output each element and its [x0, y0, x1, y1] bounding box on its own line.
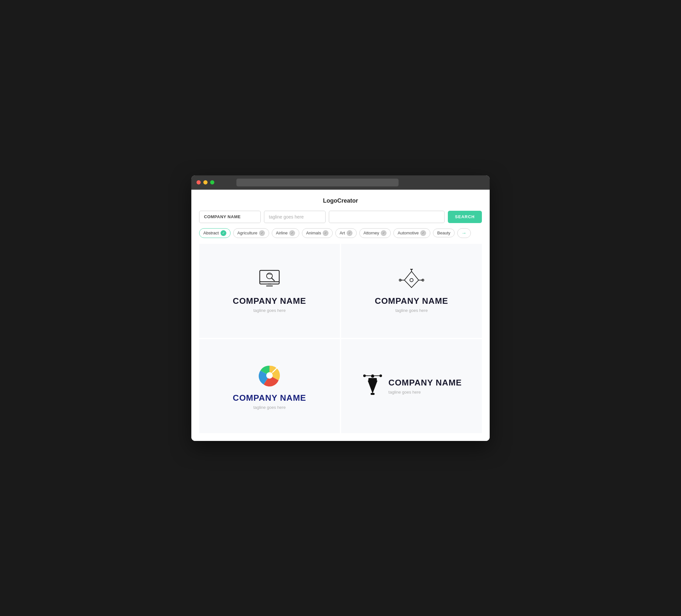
svg-rect-21	[369, 378, 377, 382]
filter-agriculture[interactable]: Agriculture ✓	[233, 228, 269, 238]
close-button[interactable]	[197, 180, 201, 184]
svg-rect-23	[371, 393, 375, 395]
maximize-button[interactable]	[210, 180, 215, 184]
logo-4-inner: COMPANY NAME tagline goes here	[361, 371, 462, 401]
filter-beauty[interactable]: Beauty	[433, 229, 454, 237]
color-wheel-icon	[256, 362, 282, 388]
filter-automotive-label: Automotive	[398, 231, 419, 235]
logo-card-4[interactable]: COMPANY NAME tagline goes here	[341, 339, 482, 433]
extra-input[interactable]	[329, 211, 445, 223]
logo-4-tagline: tagline goes here	[388, 390, 462, 394]
svg-marker-20	[368, 381, 377, 393]
url-bar[interactable]	[236, 179, 399, 186]
svg-point-22	[371, 375, 374, 378]
logo-4-text-block: COMPANY NAME tagline goes here	[388, 378, 462, 394]
logo-4-name: COMPANY NAME	[388, 378, 462, 388]
logo-grid: COMPANY NAME tagline goes here	[199, 244, 482, 433]
tagline-input[interactable]	[264, 211, 326, 223]
logo-2-tagline: tagline goes here	[395, 308, 428, 313]
app-window: LogoCreator SEARCH Abstract ✓ Agricultur…	[191, 175, 490, 441]
search-bar: SEARCH	[199, 211, 482, 223]
filter-automotive-check: ✓	[420, 230, 426, 236]
filter-attorney[interactable]: Attorney ✓	[359, 228, 391, 238]
svg-line-5	[272, 278, 274, 281]
filter-animals-check: ✓	[323, 230, 328, 236]
filter-attorney-label: Attorney	[363, 231, 379, 235]
filter-airline-label: Airline	[276, 231, 288, 235]
filter-animals-label: Animals	[306, 231, 321, 235]
filter-agriculture-label: Agriculture	[237, 231, 257, 235]
svg-point-15	[266, 372, 273, 379]
app-title: LogoCreator	[199, 198, 482, 204]
pen-tool-icon	[399, 269, 425, 291]
filter-abstract[interactable]: Abstract ✓	[199, 228, 231, 238]
monitor-brush-icon	[256, 269, 282, 291]
filter-next-button[interactable]: →	[457, 228, 471, 238]
svg-point-19	[379, 375, 382, 377]
filter-airline[interactable]: Airline ✓	[272, 228, 299, 238]
logo-card-1[interactable]: COMPANY NAME tagline goes here	[199, 244, 340, 338]
logo-2-name: COMPANY NAME	[375, 296, 448, 306]
titlebar	[191, 175, 490, 190]
filter-attorney-check: ✓	[381, 230, 386, 236]
search-button[interactable]: SEARCH	[448, 211, 482, 223]
filter-bar: Abstract ✓ Agriculture ✓ Airline ✓ Anima…	[199, 228, 482, 238]
svg-point-7	[410, 279, 413, 282]
logo-card-3[interactable]: COMPANY NAME tagline goes here	[199, 339, 340, 433]
filter-animals[interactable]: Animals ✓	[302, 228, 333, 238]
logo-3-tagline: tagline goes here	[253, 405, 286, 410]
logo-1-name: COMPANY NAME	[233, 296, 306, 306]
svg-point-18	[363, 375, 366, 377]
logo-3-name: COMPANY NAME	[233, 393, 306, 403]
filter-art-label: Art	[339, 231, 345, 235]
filter-airline-check: ✓	[289, 230, 295, 236]
company-name-input[interactable]	[199, 211, 261, 223]
app-content: LogoCreator SEARCH Abstract ✓ Agricultur…	[191, 190, 490, 441]
filter-agriculture-check: ✓	[259, 230, 265, 236]
anchor-pen-icon	[361, 371, 384, 397]
filter-art-check: ✓	[347, 230, 353, 236]
filter-art[interactable]: Art ✓	[335, 228, 357, 238]
logo-card-2[interactable]: COMPANY NAME tagline goes here	[341, 244, 482, 338]
filter-beauty-label: Beauty	[437, 231, 450, 235]
filter-abstract-check: ✓	[221, 230, 226, 236]
logo-1-tagline: tagline goes here	[253, 308, 286, 313]
svg-marker-6	[404, 272, 419, 288]
minimize-button[interactable]	[203, 180, 207, 184]
filter-abstract-label: Abstract	[203, 231, 219, 235]
filter-automotive[interactable]: Automotive ✓	[393, 228, 430, 238]
